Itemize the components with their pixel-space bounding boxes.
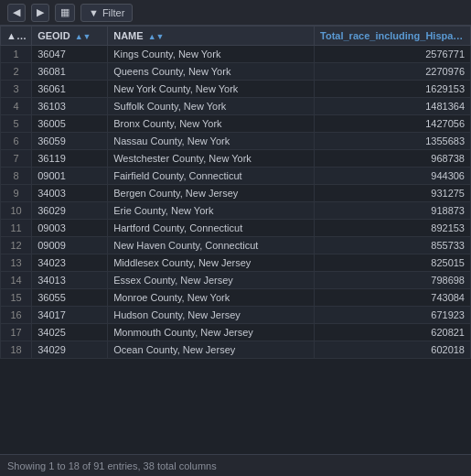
cell-geoid: 09001 — [32, 168, 108, 185]
cell-name: Bergen County, New Jersey — [108, 185, 315, 202]
status-text: Showing 1 to 18 of 91 entries, 38 total … — [7, 460, 217, 471]
table-row: 236081Queens County, New York2270976 — [1, 63, 471, 81]
cell-total: 671923 — [315, 307, 471, 324]
cell-rownum: 8 — [1, 168, 32, 185]
cell-geoid: 36047 — [32, 46, 108, 63]
cell-total: 1629153 — [315, 81, 471, 98]
cell-geoid: 34003 — [32, 185, 108, 202]
cell-geoid: 34023 — [32, 254, 108, 272]
cell-name: Essex County, New Jersey — [108, 272, 315, 289]
cell-total: 1355683 — [315, 133, 471, 150]
table-row: 1536055Monroe County, New York743084 — [1, 289, 471, 307]
cell-total: 918873 — [315, 202, 471, 220]
cell-name: Erie County, New York — [108, 202, 315, 220]
cell-name: Westchester County, New York — [108, 150, 315, 168]
cell-total: 2576771 — [315, 46, 471, 63]
cell-rownum: 9 — [1, 185, 32, 202]
cell-geoid: 34025 — [32, 324, 108, 341]
cell-geoid: 36103 — [32, 98, 108, 115]
cell-total: 602018 — [315, 341, 471, 359]
col-header-name[interactable]: NAME ▲▼ — [108, 27, 315, 46]
filter-icon: ▼ — [89, 7, 99, 18]
table-row: 536005Bronx County, New York1427056 — [1, 115, 471, 133]
cell-name: Bronx County, New York — [108, 115, 315, 133]
cell-geoid: 36119 — [32, 150, 108, 168]
cell-name: Queens County, New York — [108, 63, 315, 81]
cell-geoid: 36081 — [32, 63, 108, 81]
cell-geoid: 36029 — [32, 202, 108, 220]
filter-label: Filter — [102, 7, 124, 18]
table-row: 336061New York County, New York1629153 — [1, 81, 471, 98]
cell-total: 931275 — [315, 185, 471, 202]
table-row: 636059Nassau County, New York1355683 — [1, 133, 471, 150]
toolbar: ◀ ▶ ▦ ▼ Filter — [0, 0, 471, 26]
col-header-rownum[interactable]: ▲▼ — [1, 27, 32, 46]
cell-rownum: 6 — [1, 133, 32, 150]
table-row: 809001Fairfield County, Connecticut94430… — [1, 168, 471, 185]
cell-rownum: 1 — [1, 46, 32, 63]
table-row: 136047Kings County, New York2576771 — [1, 46, 471, 63]
layout-button[interactable]: ▦ — [55, 4, 75, 22]
back-button[interactable]: ◀ — [7, 4, 26, 22]
table-row: 1734025Monmouth County, New Jersey620821 — [1, 324, 471, 341]
table-row: 1036029Erie County, New York918873 — [1, 202, 471, 220]
cell-rownum: 12 — [1, 237, 32, 254]
col-header-total[interactable]: Total_race_including_Hispanic_or_LatinoE… — [315, 27, 471, 46]
cell-name: Ocean County, New Jersey — [108, 341, 315, 359]
table-row: 1109003Hartford County, Connecticut89215… — [1, 220, 471, 237]
table-row: 1434013Essex County, New Jersey798698 — [1, 272, 471, 289]
table-row: 436103Suffolk County, New York1481364 — [1, 98, 471, 115]
table-row: 934003Bergen County, New Jersey931275 — [1, 185, 471, 202]
cell-name: Hartford County, Connecticut — [108, 220, 315, 237]
table-row: 736119Westchester County, New York968738 — [1, 150, 471, 168]
cell-total: 825015 — [315, 254, 471, 272]
cell-geoid: 34013 — [32, 272, 108, 289]
cell-rownum: 3 — [1, 81, 32, 98]
cell-rownum: 4 — [1, 98, 32, 115]
cell-total: 944306 — [315, 168, 471, 185]
cell-rownum: 17 — [1, 324, 32, 341]
cell-total: 892153 — [315, 220, 471, 237]
table-header: ▲▼ GEOID ▲▼ NAME ▲▼ Total_race_including… — [1, 27, 471, 46]
cell-name: Middlesex County, New Jersey — [108, 254, 315, 272]
cell-rownum: 10 — [1, 202, 32, 220]
cell-rownum: 14 — [1, 272, 32, 289]
cell-total: 2270976 — [315, 63, 471, 81]
cell-name: Fairfield County, Connecticut — [108, 168, 315, 185]
status-bar: Showing 1 to 18 of 91 entries, 38 total … — [0, 454, 471, 476]
cell-rownum: 15 — [1, 289, 32, 307]
data-table: ▲▼ GEOID ▲▼ NAME ▲▼ Total_race_including… — [0, 26, 471, 359]
cell-geoid: 34029 — [32, 341, 108, 359]
col-header-geoid[interactable]: GEOID ▲▼ — [32, 27, 108, 46]
cell-name: Nassau County, New York — [108, 133, 315, 150]
cell-rownum: 16 — [1, 307, 32, 324]
name-sort-icon: ▲▼ — [148, 32, 165, 41]
table-row: 1834029Ocean County, New Jersey602018 — [1, 341, 471, 359]
cell-name: Hudson County, New Jersey — [108, 307, 315, 324]
cell-rownum: 18 — [1, 341, 32, 359]
cell-name: New York County, New York — [108, 81, 315, 98]
cell-rownum: 11 — [1, 220, 32, 237]
cell-geoid: 36005 — [32, 115, 108, 133]
table-container: ▲▼ GEOID ▲▼ NAME ▲▼ Total_race_including… — [0, 26, 471, 454]
cell-total: 1427056 — [315, 115, 471, 133]
cell-geoid: 34017 — [32, 307, 108, 324]
forward-button[interactable]: ▶ — [31, 4, 49, 22]
cell-total: 1481364 — [315, 98, 471, 115]
cell-rownum: 5 — [1, 115, 32, 133]
geoid-sort-icon: ▲▼ — [75, 32, 91, 41]
cell-name: New Haven County, Connecticut — [108, 237, 315, 254]
cell-name: Suffolk County, New York — [108, 98, 315, 115]
filter-button[interactable]: ▼ Filter — [80, 4, 133, 22]
cell-total: 743084 — [315, 289, 471, 307]
cell-geoid: 36055 — [32, 289, 108, 307]
cell-name: Kings County, New York — [108, 46, 315, 63]
cell-geoid: 36061 — [32, 81, 108, 98]
cell-geoid: 09009 — [32, 237, 108, 254]
table-row: 1209009New Haven County, Connecticut8557… — [1, 237, 471, 254]
cell-total: 620821 — [315, 324, 471, 341]
cell-total: 855733 — [315, 237, 471, 254]
cell-geoid: 36059 — [32, 133, 108, 150]
table-row: 1634017Hudson County, New Jersey671923 — [1, 307, 471, 324]
cell-rownum: 7 — [1, 150, 32, 168]
